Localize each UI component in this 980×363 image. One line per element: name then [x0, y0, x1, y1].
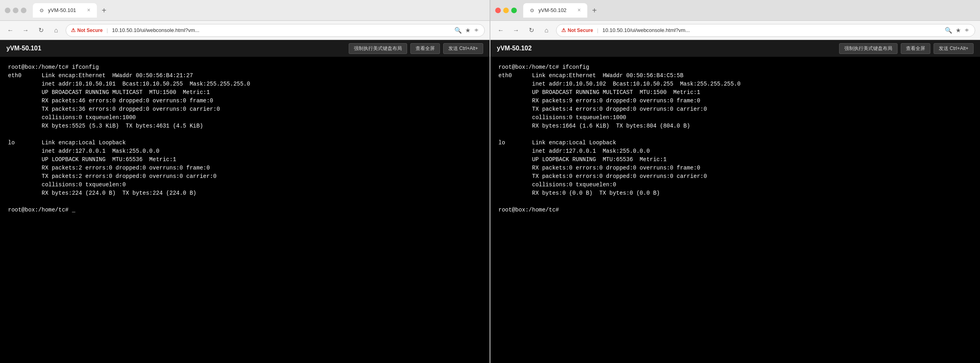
reload-button-2[interactable]: ↻ — [526, 25, 537, 36]
window-controls-1 — [5, 8, 26, 13]
keyboard-layout-button-1[interactable]: 强制执行美式键盘布局 — [349, 43, 407, 54]
tab-1[interactable]: ⊙ yVM-50.101 ✕ — [33, 3, 97, 18]
search-icon-1[interactable]: 🔍 — [454, 27, 462, 34]
forward-button-1[interactable]: → — [20, 25, 31, 36]
tab-favicon-2: ⊙ — [529, 7, 535, 14]
tab-bar-1: ⊙ yVM-50.101 ✕ + — [33, 3, 485, 18]
minimize-button-2[interactable] — [503, 8, 509, 13]
reload-button-1[interactable]: ↻ — [35, 25, 46, 36]
tab-title-2: yVM-50.102 — [538, 7, 573, 13]
bookmark-icon-2[interactable]: ★ — [956, 27, 961, 34]
ctrlalt-button-1[interactable]: 发送 Ctrl+Alt+ — [443, 43, 483, 54]
address-url-1: 10.10.50.10/ui/webconsole.html?vm... — [112, 27, 451, 33]
tab-2[interactable]: ⊙ yVM-50.102 ✕ — [523, 3, 587, 18]
maximize-button-1[interactable] — [21, 8, 26, 13]
app-title-bar-2: yVM-50.102 强制执行美式键盘布局 查看全屏 发送 Ctrl+Alt+ — [490, 40, 980, 57]
forward-button-2[interactable]: → — [510, 25, 522, 36]
new-tab-button-2[interactable]: + — [589, 5, 600, 16]
address-bar-2: ← → ↻ ⌂ ⚠ Not Secure | 10.10.50.10/ui/we… — [490, 21, 980, 40]
fullscreen-button-1[interactable]: 查看全屏 — [410, 43, 440, 54]
back-button-1[interactable]: ← — [5, 25, 16, 36]
extensions-icon-2[interactable]: ⧧ — [964, 27, 970, 34]
search-icon-2[interactable]: 🔍 — [945, 27, 952, 34]
app-controls-2: 强制执行美式键盘布局 查看全屏 发送 Ctrl+Alt+ — [839, 43, 974, 54]
fullscreen-button-2[interactable]: 查看全屏 — [901, 43, 930, 54]
address-url-2: 10.10.50.10/ui/webconsole.html?vm... — [602, 27, 942, 33]
close-button-2[interactable] — [495, 8, 501, 13]
minimize-button-1[interactable] — [13, 8, 18, 13]
app-controls-1: 强制执行美式键盘布局 查看全屏 发送 Ctrl+Alt+ — [349, 43, 483, 54]
terminal-content-1[interactable]: root@box:/home/tc# ifconfig eth0 Link en… — [0, 57, 490, 363]
address-input-1[interactable]: ⚠ Not Secure | 10.10.50.10/ui/webconsole… — [66, 24, 485, 37]
address-icons-2: 🔍 ★ ⧧ — [945, 27, 970, 34]
home-button-2[interactable]: ⌂ — [541, 25, 552, 36]
tab-bar-2: ⊙ yVM-50.102 ✕ + — [523, 3, 975, 18]
browser-window-1: ⊙ yVM-50.101 ✕ + ← → ↻ ⌂ ⚠ Not Secure | … — [0, 0, 490, 363]
ctrlalt-button-2[interactable]: 发送 Ctrl+Alt+ — [934, 43, 974, 54]
address-bar-1: ← → ↻ ⌂ ⚠ Not Secure | 10.10.50.10/ui/we… — [0, 21, 490, 40]
app-title-bar-1: yVM-50.101 强制执行美式键盘布局 查看全屏 发送 Ctrl+Alt+ — [0, 40, 490, 57]
home-button-1[interactable]: ⌂ — [50, 25, 62, 36]
tab-close-1[interactable]: ✕ — [86, 7, 91, 14]
title-bar-2: ⊙ yVM-50.102 ✕ + — [490, 0, 980, 21]
bookmark-icon-1[interactable]: ★ — [465, 27, 470, 34]
app-title-1: yVM-50.101 — [6, 45, 41, 52]
keyboard-layout-button-2[interactable]: 强制执行美式键盘布局 — [839, 43, 898, 54]
browser-window-2: ⊙ yVM-50.102 ✕ + ← → ↻ ⌂ ⚠ Not Secure | … — [490, 0, 980, 363]
extensions-icon-1[interactable]: ⧧ — [474, 27, 480, 34]
title-bar-1: ⊙ yVM-50.101 ✕ + — [0, 0, 490, 21]
warning-icon-2: ⚠ — [561, 27, 566, 33]
back-button-2[interactable]: ← — [495, 25, 506, 36]
new-tab-button-1[interactable]: + — [98, 5, 110, 16]
address-separator-1: | — [106, 27, 108, 33]
tab-favicon-1: ⊙ — [38, 7, 45, 14]
app-title-2: yVM-50.102 — [497, 45, 532, 52]
address-input-2[interactable]: ⚠ Not Secure | 10.10.50.10/ui/webconsole… — [556, 24, 975, 37]
close-button-1[interactable] — [5, 8, 10, 13]
window-controls-2 — [495, 8, 517, 13]
address-icons-1: 🔍 ★ ⧧ — [454, 27, 480, 34]
address-separator-2: | — [597, 27, 598, 33]
not-secure-badge-2: ⚠ Not Secure — [561, 27, 593, 33]
maximize-button-2[interactable] — [511, 8, 517, 13]
tab-title-1: yVM-50.101 — [48, 7, 83, 13]
terminal-content-2[interactable]: root@box:/home/tc# ifconfig eth0 Link en… — [490, 57, 980, 363]
not-secure-badge-1: ⚠ Not Secure — [71, 27, 102, 33]
tab-close-2[interactable]: ✕ — [576, 7, 582, 14]
warning-icon-1: ⚠ — [71, 27, 76, 33]
